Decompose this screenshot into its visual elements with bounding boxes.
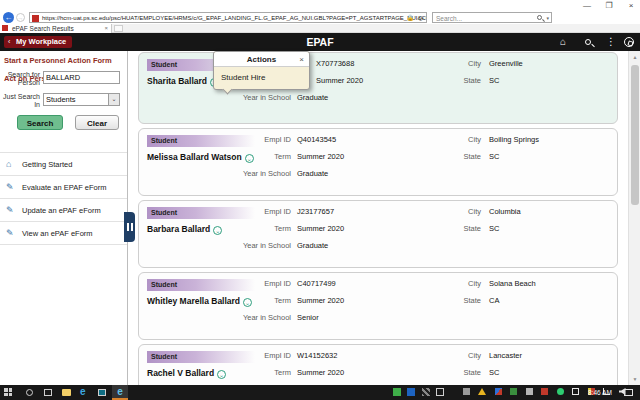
result-card[interactable]: Student Melissa Ballard Watson⌄ Empl ID … [138, 128, 618, 196]
ps-home-icon[interactable]: ⌂ [560, 36, 566, 48]
screenshot-root: — ❐ × ← → https://hcm-uat.ps.sc.edu/psc/… [0, 0, 640, 400]
edge-browser-icon[interactable]: e [80, 386, 86, 397]
search-dropdown-icon[interactable]: ▾ [546, 14, 549, 23]
actions-popup-header: Actions × [214, 52, 309, 67]
year-in-school-value: Graduate [297, 169, 328, 178]
tray-shield-icon[interactable] [495, 388, 502, 395]
term-label: Term [196, 224, 291, 233]
year-in-school-value: Graduate [297, 93, 328, 102]
term-value: Summer 2020 [297, 368, 344, 377]
sidebar: Start a Personnel Action Form Search for… [0, 51, 128, 385]
sidebar-item-label: Getting Started [22, 160, 72, 169]
sidebar-item-label: View an ePAF eForm [22, 229, 93, 238]
sidebar-item-update-epaf[interactable]: ✎ Update an ePAF eForm [0, 199, 127, 222]
battery-icon[interactable] [572, 388, 579, 395]
sidebar-item-view-epaf[interactable]: ✎ View an ePAF eForm [0, 222, 127, 245]
sidebar-item-evaluate-epaf[interactable]: ✎ Evaluate an EPAF eForm [0, 176, 127, 199]
app-header: EPAF ‹ My Workplace ⌂ ⋮ [0, 33, 640, 51]
city-label: City [424, 279, 481, 288]
tray-green-icon[interactable] [510, 388, 517, 395]
sidebar-collapse-handle[interactable] [124, 212, 135, 242]
select-dropdown-icon: ⌄ [108, 94, 119, 105]
browser-navbar: ← → https://hcm-uat.ps.sc.edu/psc/HUAT/E… [0, 12, 640, 24]
clock[interactable]: 8:46 AM [588, 389, 612, 396]
tray-warning-icon[interactable] [478, 388, 486, 395]
just-search-in-label: Just Search In [2, 93, 40, 108]
popup-close-icon[interactable]: × [299, 52, 304, 67]
year-in-school-label: Year in School [196, 241, 291, 250]
forward-button[interactable]: → [16, 13, 25, 22]
my-workplace-back-button[interactable]: ‹ My Workplace [4, 36, 72, 48]
ps-search-icon[interactable] [585, 39, 591, 45]
evaluate-form-icon: ✎ [6, 182, 14, 192]
state-value: SC [489, 152, 499, 161]
search-icon[interactable] [537, 15, 542, 20]
address-bar[interactable]: https://hcm-uat.ps.sc.edu/psc/HUAT/EMPLO… [29, 12, 427, 23]
minimize-button[interactable]: — [578, 1, 596, 11]
city-label: City [424, 207, 481, 216]
tray-monitor-icon[interactable] [526, 388, 533, 395]
store-icon[interactable] [98, 389, 106, 396]
app-icon-pause[interactable] [407, 388, 415, 396]
tray-key-icon[interactable] [463, 388, 470, 395]
search-for-person-label: Search for Person [2, 71, 40, 86]
state-label: State [424, 152, 481, 161]
tray-status-icon[interactable] [557, 388, 564, 395]
action-center-icon[interactable] [624, 389, 633, 396]
app-icon-green[interactable] [393, 388, 401, 396]
state-label: State [424, 224, 481, 233]
tab-close-icon[interactable]: × [104, 24, 108, 33]
view-form-icon: ✎ [6, 228, 14, 238]
actions-popup: Actions × Student Hire [213, 51, 310, 90]
result-card[interactable]: Student Sharita Ballard⌄ Empl ID X707736… [138, 52, 618, 124]
search-for-person-input[interactable] [43, 71, 120, 84]
just-search-in-select[interactable]: Students ⌄ [43, 93, 120, 106]
tray-red-icon[interactable] [541, 388, 548, 395]
result-card[interactable]: Student Whitley Marella Ballard⌄ Empl ID… [138, 272, 618, 340]
search-button[interactable]: Search [17, 115, 63, 130]
file-explorer-icon[interactable] [62, 389, 71, 396]
ps-navbar-icon[interactable] [624, 37, 634, 47]
empl-id-value: X70773688 [316, 59, 354, 68]
sidebar-section-start-title: Start a Personnel Action Form [0, 51, 127, 65]
year-in-school-label: Year in School [196, 313, 291, 322]
window-titlebar: — ❐ × [0, 0, 640, 12]
maximize-button[interactable]: ❐ [600, 1, 618, 11]
search-placeholder: Search... [436, 15, 462, 22]
year-in-school-value: Graduate [297, 241, 328, 250]
scroll-up-icon[interactable]: ▲ [629, 51, 640, 63]
windows-taskbar: e e 8:46 AM [0, 385, 640, 400]
new-tab-button[interactable] [114, 25, 123, 32]
back-button[interactable]: ← [3, 12, 14, 23]
city-label: City [424, 59, 481, 68]
state-value: CA [489, 296, 499, 305]
ps-actions-menu-icon[interactable]: ⋮ [606, 36, 616, 48]
start-button[interactable] [4, 388, 12, 396]
scrollbar-thumb[interactable] [631, 65, 639, 205]
term-value: Summer 2020 [316, 76, 363, 85]
sidebar-item-label: Update an ePAF eForm [22, 206, 101, 215]
internet-explorer-icon-active[interactable]: e [112, 385, 128, 400]
url-text: https://hcm-uat.ps.sc.edu/psc/HUAT/EMPLO… [42, 15, 427, 21]
state-label: State [424, 76, 481, 85]
tab-epaf-search-results[interactable]: ePAF Search Results × [0, 24, 112, 33]
app-icon-grid[interactable] [422, 388, 430, 396]
year-in-school-label: Year in School [196, 93, 291, 102]
state-value: SC [489, 76, 499, 85]
back-chevron-icon: ‹ [8, 36, 10, 48]
close-button[interactable]: × [622, 1, 640, 11]
city-value: Boiling Springs [489, 135, 539, 144]
state-value: SC [489, 368, 499, 377]
pinned-app-icons[interactable] [392, 387, 446, 398]
app-icon-square[interactable] [436, 388, 444, 396]
browser-search-box[interactable]: Search... ▾ [432, 12, 552, 23]
vertical-scrollbar[interactable]: ▲ ▼ [628, 51, 640, 385]
result-card[interactable]: Student Barbara Ballard⌄ Empl ID J231776… [138, 200, 618, 268]
sidebar-item-getting-started[interactable]: ⌂ Getting Started [0, 153, 127, 176]
scroll-down-icon[interactable]: ▼ [629, 373, 640, 385]
clear-button[interactable]: Clear [75, 115, 119, 130]
task-view-icon[interactable] [44, 389, 52, 396]
browser-tab-strip: ePAF Search Results × [0, 24, 640, 33]
cortana-icon[interactable] [26, 389, 33, 396]
refresh-icon[interactable]: ⟳ [418, 14, 424, 23]
